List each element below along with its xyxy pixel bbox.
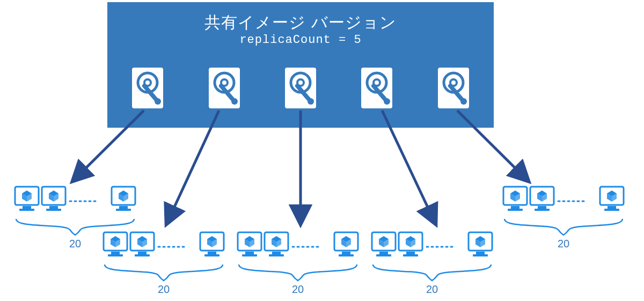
- vm-group: [372, 232, 492, 281]
- vm-groups: [15, 187, 624, 281]
- vm-group: [15, 187, 135, 235]
- vm-group: [503, 187, 624, 235]
- vm-count-label: 20: [553, 238, 574, 250]
- vm-group: [104, 232, 224, 281]
- box-title: 共有イメージ バージョン: [107, 12, 494, 34]
- vm-count-label: 20: [287, 283, 309, 296]
- vm-count-label: 20: [421, 283, 443, 296]
- box-subtitle: replicaCount = 5: [107, 33, 494, 47]
- shared-image-version-box: 共有イメージ バージョン replicaCount = 5: [107, 2, 494, 128]
- vm-group: [238, 232, 358, 281]
- vm-count-label: 20: [153, 283, 174, 296]
- vm-count-label: 20: [64, 238, 86, 250]
